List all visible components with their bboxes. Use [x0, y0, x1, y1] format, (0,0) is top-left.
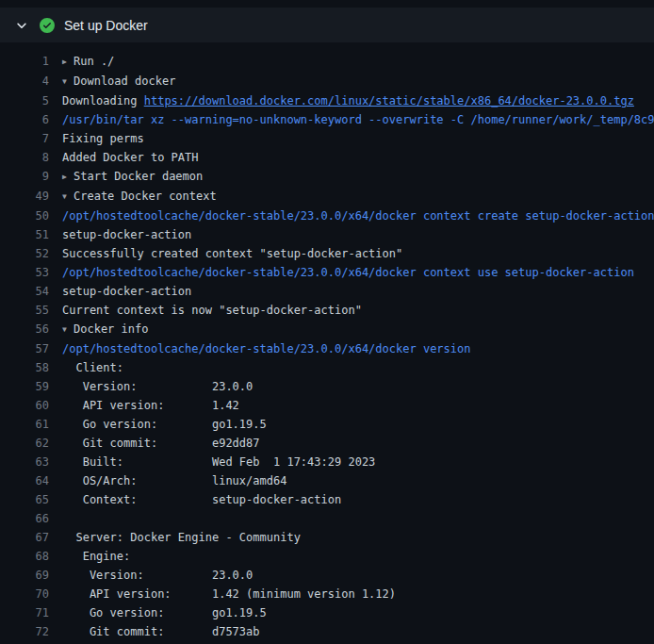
chevron-down-icon[interactable]: [15, 19, 28, 32]
line-number[interactable]: 51: [0, 225, 49, 244]
line-number[interactable]: 52: [0, 244, 49, 263]
log-line: 53/opt/hostedtoolcache/docker-stable/23.…: [0, 263, 654, 282]
log-line: 71 Go version: go1.19.5: [0, 603, 654, 622]
line-content: ▼Docker info: [49, 320, 654, 339]
line-number[interactable]: 5: [0, 91, 49, 110]
log-text: Server: Docker Engine - Community: [62, 531, 301, 544]
line-number[interactable]: 7: [0, 129, 49, 148]
line-number[interactable]: 55: [0, 301, 49, 320]
log-line: 69 Version: 23.0.0: [0, 566, 654, 585]
line-content: ▼Download docker: [49, 72, 654, 91]
line-content: Git commit: e92dd87: [49, 434, 654, 453]
group-collapsed-icon[interactable]: ▶: [62, 53, 74, 72]
log-line: 60 API version: 1.42: [0, 396, 654, 415]
line-content: [49, 509, 654, 528]
line-number[interactable]: 71: [0, 603, 49, 622]
line-content: Context: setup-docker-action: [49, 490, 654, 509]
log-text: Built: Wed Feb 1 17:43:29 2023: [62, 455, 375, 469]
log-text: Download docker: [74, 74, 175, 88]
line-content: Built: Wed Feb 1 17:43:29 2023: [49, 453, 654, 471]
log-line: 52Successfully created context "setup-do…: [0, 244, 654, 263]
group-expanded-icon[interactable]: ▼: [62, 73, 74, 91]
log-line: 1▶Run ./: [0, 52, 654, 72]
line-content: Fixing perms: [49, 129, 654, 148]
line-content: Go version: go1.19.5: [49, 603, 654, 622]
line-number[interactable]: 61: [0, 415, 49, 434]
log-text: API version: 1.42 (minimum version 1.12): [62, 587, 396, 601]
line-content: Current context is now "setup-docker-act…: [49, 301, 654, 320]
line-number[interactable]: 4: [0, 72, 49, 91]
log-line: 6/usr/bin/tar xz --warning=no-unknown-ke…: [0, 110, 654, 129]
line-number[interactable]: 70: [0, 585, 49, 603]
line-number[interactable]: 60: [0, 396, 49, 415]
group-expanded-icon[interactable]: ▼: [62, 321, 74, 339]
log-link[interactable]: https://download.docker.com/linux/static…: [144, 94, 634, 107]
log-line: 49▼Create Docker context: [0, 187, 654, 206]
line-content: ▼Create Docker context: [49, 187, 654, 206]
line-number[interactable]: 66: [0, 509, 49, 528]
line-number[interactable]: 8: [0, 148, 49, 167]
log-line: 67 Server: Docker Engine - Community: [0, 528, 654, 547]
line-number[interactable]: 72: [0, 622, 49, 641]
log-line: 4▼Download docker: [0, 72, 654, 91]
log-command-text: /opt/hostedtoolcache/docker-stable/23.0.…: [62, 266, 634, 279]
line-number[interactable]: 65: [0, 490, 49, 509]
log-line: 62 Git commit: e92dd87: [0, 434, 654, 453]
line-number[interactable]: 57: [0, 339, 49, 358]
line-content: setup-docker-action: [49, 282, 654, 301]
log-text: Run ./: [74, 55, 114, 68]
line-number[interactable]: 68: [0, 547, 49, 566]
success-check-icon: [40, 18, 55, 33]
log-text: Git commit: e92dd87: [62, 437, 260, 450]
log-line: 50/opt/hostedtoolcache/docker-stable/23.…: [0, 206, 654, 225]
line-number[interactable]: 6: [0, 110, 49, 129]
line-number[interactable]: 59: [0, 377, 49, 396]
log-text: Current context is now "setup-docker-act…: [62, 304, 362, 317]
line-content: /opt/hostedtoolcache/docker-stable/23.0.…: [49, 339, 654, 358]
log-line: 63 Built: Wed Feb 1 17:43:29 2023: [0, 453, 654, 471]
log-text: Version: 23.0.0: [62, 380, 253, 393]
step-header[interactable]: Set up Docker: [0, 8, 654, 42]
line-number[interactable]: 69: [0, 566, 49, 585]
log-line: 72 Git commit: d7573ab: [0, 622, 654, 641]
line-content: /usr/bin/tar xz --warning=no-unknown-key…: [49, 110, 654, 129]
line-content: API version: 1.42 (minimum version 1.12): [49, 585, 654, 603]
log-line: 61 Go version: go1.19.5: [0, 415, 654, 434]
line-number[interactable]: 54: [0, 282, 49, 301]
group-collapsed-icon[interactable]: ▶: [62, 168, 74, 187]
line-content: Version: 23.0.0: [49, 566, 654, 585]
log-line: 54setup-docker-action: [0, 282, 654, 301]
line-number[interactable]: 1: [0, 52, 49, 72]
line-number[interactable]: 49: [0, 187, 49, 206]
log-text: Engine:: [62, 550, 130, 563]
log-text: Fixing perms: [62, 132, 144, 145]
line-number[interactable]: 58: [0, 358, 49, 377]
line-number[interactable]: 63: [0, 453, 49, 471]
log-text: Successfully created context "setup-dock…: [62, 247, 402, 260]
line-content: Added Docker to PATH: [49, 148, 654, 167]
line-content: /opt/hostedtoolcache/docker-stable/23.0.…: [49, 263, 654, 282]
log-command-text: /usr/bin/tar xz --warning=no-unknown-key…: [62, 113, 654, 126]
log-line: 66: [0, 509, 654, 528]
log-text: Docker info: [74, 322, 148, 336]
line-content: Client:: [49, 358, 654, 377]
log-text: Git commit: d7573ab: [62, 625, 260, 638]
line-number[interactable]: 50: [0, 206, 49, 225]
line-content: OS/Arch: linux/amd64: [49, 471, 654, 490]
log-line: 8Added Docker to PATH: [0, 148, 654, 167]
line-number[interactable]: 64: [0, 471, 49, 490]
line-content: Server: Docker Engine - Community: [49, 528, 654, 547]
log-text: Downloading: [62, 94, 144, 107]
log-text: setup-docker-action: [62, 228, 191, 241]
line-number[interactable]: 53: [0, 263, 49, 282]
log-command-text: /opt/hostedtoolcache/docker-stable/23.0.…: [62, 209, 654, 223]
line-number[interactable]: 62: [0, 434, 49, 453]
line-number[interactable]: 56: [0, 320, 49, 339]
line-number[interactable]: 67: [0, 528, 49, 547]
log-line: 9▶Start Docker daemon: [0, 167, 654, 187]
line-number[interactable]: 9: [0, 167, 49, 187]
group-expanded-icon[interactable]: ▼: [62, 188, 74, 206]
line-content: setup-docker-action: [49, 225, 654, 244]
log-line: 5Downloading https://download.docker.com…: [0, 91, 654, 110]
log-line: 7Fixing perms: [0, 129, 654, 148]
